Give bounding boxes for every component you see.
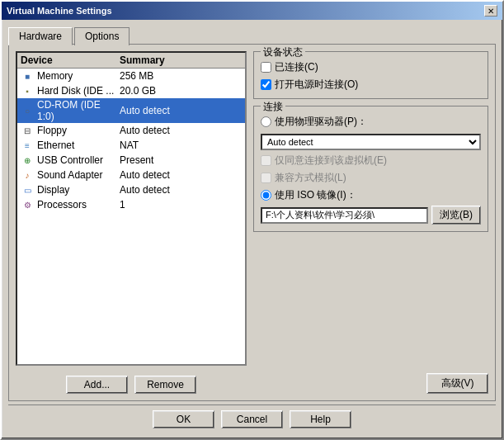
iso-path-row: 浏览(B)	[261, 206, 481, 225]
tabs: Hardware Options	[8, 26, 496, 45]
connected-row: 已连接(C)	[261, 60, 481, 74]
device-summary: 256 MB	[120, 70, 242, 82]
physical-drive-radio[interactable]	[261, 116, 271, 127]
device-icon: ♪	[21, 168, 34, 182]
connection-title: 连接	[261, 100, 285, 114]
window-title: Virtual Machine Settings	[7, 6, 112, 16]
main-window: Virtual Machine Settings ✕ Hardware Opti…	[0, 0, 504, 440]
left-panel: Device Summary ■Memory256 MB▪Hard Disk (…	[16, 51, 247, 394]
device-name: Floppy	[37, 125, 120, 136]
list-item[interactable]: ○CD-ROM (IDE 1:0)Auto detect	[17, 98, 245, 123]
device-icon: ▭	[21, 183, 34, 196]
device-list-header: Device Summary	[17, 53, 245, 69]
advanced-button[interactable]: 高级(V)	[426, 373, 488, 394]
physical-drive-select[interactable]: Auto detect	[261, 134, 481, 150]
device-name: Display	[37, 184, 120, 196]
device-icon: ○	[21, 104, 34, 117]
device-name: Processors	[37, 199, 120, 211]
connection-group: 连接 使用物理驱动器(P)： Auto detect	[253, 106, 488, 232]
iso-radio-label: 使用 ISO 镜像(I)：	[275, 188, 356, 202]
restrict-vm-label: 仅同意连接到该虚拟机(E)	[275, 154, 387, 168]
device-name: Ethernet	[37, 140, 120, 151]
list-item[interactable]: ≡EthernetNAT	[17, 138, 245, 153]
device-name: Hard Disk (IDE ...	[37, 85, 120, 97]
device-name: USB Controller	[37, 154, 120, 166]
restrict-vm-checkbox[interactable]	[261, 155, 271, 166]
device-list-container[interactable]: Device Summary ■Memory256 MB▪Hard Disk (…	[16, 51, 247, 366]
spacer	[253, 239, 488, 367]
tab-hardware[interactable]: Hardware	[8, 27, 73, 45]
iso-radio[interactable]	[261, 190, 271, 201]
connect-on-power-checkbox[interactable]	[261, 79, 271, 90]
remove-button[interactable]: Remove	[134, 376, 196, 394]
legacy-mode-row: 兼容方式模拟(L)	[261, 171, 481, 185]
title-bar: Virtual Machine Settings ✕	[2, 2, 502, 20]
device-summary: Auto detect	[120, 105, 242, 116]
connected-checkbox[interactable]	[261, 62, 271, 73]
help-button[interactable]: Help	[290, 410, 351, 428]
list-item[interactable]: ♪Sound AdapterAuto detect	[17, 168, 245, 182]
device-summary: Auto detect	[120, 125, 242, 136]
connect-on-power-row: 打开电源时连接(O)	[261, 78, 481, 92]
legacy-mode-checkbox[interactable]	[261, 173, 271, 183]
add-button[interactable]: Add...	[66, 376, 128, 394]
device-icon: ⚙	[21, 198, 34, 211]
list-item[interactable]: ■Memory256 MB	[17, 69, 245, 83]
physical-drive-row: 使用物理驱动器(P)：	[261, 115, 481, 129]
bottom-buttons: OK Cancel Help	[8, 405, 496, 432]
iso-path-input[interactable]	[261, 207, 428, 224]
device-icon: ▪	[21, 84, 34, 97]
window-content: Hardware Options Device Summary ■Memory2…	[2, 20, 502, 438]
device-name: Memory	[37, 70, 120, 82]
list-item[interactable]: ▪Hard Disk (IDE ...20.0 GB	[17, 83, 245, 98]
restrict-vm-row: 仅同意连接到该虚拟机(E)	[261, 154, 481, 168]
browse-button[interactable]: 浏览(B)	[431, 206, 481, 225]
device-icon: ■	[21, 69, 34, 83]
cancel-button[interactable]: Cancel	[221, 410, 283, 428]
device-list: ■Memory256 MB▪Hard Disk (IDE ...20.0 GB○…	[17, 69, 245, 212]
ok-button[interactable]: OK	[153, 410, 214, 428]
device-status-title: 设备状态	[261, 45, 305, 59]
list-item[interactable]: ⚙Processors1	[17, 197, 245, 212]
device-summary: Present	[120, 154, 242, 166]
tab-options[interactable]: Options	[74, 27, 130, 45]
device-name: CD-ROM (IDE 1:0)	[37, 99, 120, 122]
col-summary-header: Summary	[120, 54, 242, 66]
advanced-row: 高级(V)	[253, 373, 488, 394]
list-item[interactable]: ⊟FloppyAuto detect	[17, 123, 245, 138]
device-icon: ≡	[21, 139, 34, 152]
device-summary: NAT	[120, 140, 242, 151]
device-summary: Auto detect	[120, 169, 242, 181]
close-button[interactable]: ✕	[484, 5, 497, 17]
legacy-mode-label: 兼容方式模拟(L)	[275, 171, 346, 185]
physical-drive-label: 使用物理驱动器(P)：	[275, 115, 367, 129]
list-item[interactable]: ⊕USB ControllerPresent	[17, 153, 245, 168]
iso-radio-row: 使用 ISO 镜像(I)：	[261, 188, 481, 202]
auto-detect-row: Auto detect	[261, 134, 481, 150]
list-item[interactable]: ▭DisplayAuto detect	[17, 182, 245, 197]
list-buttons: Add... Remove	[16, 376, 247, 394]
tab-content: Device Summary ■Memory256 MB▪Hard Disk (…	[8, 44, 496, 401]
col-device-header: Device	[21, 54, 120, 66]
connected-label: 已连接(C)	[275, 60, 318, 74]
device-status-content: 已连接(C) 打开电源时连接(O)	[261, 60, 481, 92]
right-panel: 设备状态 已连接(C) 打开电源时连接(O) 连接	[253, 51, 488, 394]
connection-content: 使用物理驱动器(P)： Auto detect 仅同意连接到该虚拟机(E)	[261, 115, 481, 225]
device-summary: Auto detect	[120, 184, 242, 196]
device-summary: 1	[120, 199, 242, 211]
device-icon: ⊕	[21, 154, 34, 167]
device-name: Sound Adapter	[37, 169, 120, 181]
connect-on-power-label: 打开电源时连接(O)	[275, 78, 358, 92]
device-icon: ⊟	[21, 124, 34, 137]
device-status-group: 设备状态 已连接(C) 打开电源时连接(O)	[253, 51, 488, 99]
device-summary: 20.0 GB	[120, 85, 242, 97]
title-bar-controls: ✕	[484, 5, 497, 17]
